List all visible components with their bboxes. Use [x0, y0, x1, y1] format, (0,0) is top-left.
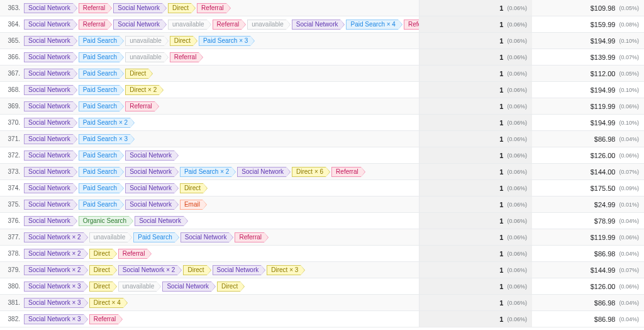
- path-tag-referral[interactable]: Referral: [235, 232, 264, 242]
- path-tag-paid[interactable]: Paid Search × 2: [180, 167, 231, 177]
- path-tag-direct[interactable]: Direct × 2: [125, 85, 159, 95]
- path-tag-social[interactable]: Social Network: [24, 20, 73, 30]
- path-tag-social[interactable]: Social Network: [24, 52, 73, 62]
- path-tag-social[interactable]: Social Network: [113, 20, 162, 30]
- table-row[interactable]: 367.Social NetworkPaid SearchDirect1(0.0…: [0, 65, 644, 82]
- path-tag-paid[interactable]: Paid Search: [79, 52, 119, 62]
- path-tag-referral[interactable]: Referral: [197, 3, 226, 13]
- table-row[interactable]: 364.Social NetworkReferralSocial Network…: [0, 16, 644, 33]
- path-tag-referral[interactable]: Referral: [170, 52, 199, 62]
- path-tag-paid[interactable]: Paid Search: [79, 36, 119, 46]
- path-tag-social[interactable]: Social Network: [125, 200, 174, 210]
- table-row[interactable]: 381.Social Network × 3Direct × 41(0.06%)…: [0, 295, 644, 311]
- path-tag-social[interactable]: Social Network: [24, 151, 73, 161]
- path-tag-social[interactable]: Social Network × 2: [118, 265, 178, 275]
- table-row[interactable]: 369.Social NetworkPaid SearchReferral1(0…: [0, 98, 644, 115]
- table-row[interactable]: 375.Social NetworkPaid SearchSocial Netw…: [0, 196, 644, 213]
- path-tag-social[interactable]: Social Network: [113, 3, 162, 13]
- path-tag-social[interactable]: Social Network: [24, 183, 73, 193]
- path-tag-social[interactable]: Social Network: [24, 69, 73, 79]
- path-tag-unavail[interactable]: unavailable: [125, 36, 164, 46]
- path-tag-direct[interactable]: Direct: [125, 69, 148, 79]
- path-tag-social[interactable]: Social Network × 3: [24, 282, 84, 292]
- path-tag-social[interactable]: Social Network × 3: [24, 314, 84, 324]
- path-tag-paid[interactable]: Paid Search: [79, 183, 119, 193]
- path-tag-social[interactable]: Social Network: [125, 183, 174, 193]
- path-tag-direct[interactable]: Direct: [89, 249, 113, 259]
- path-tag-social[interactable]: Social Network: [24, 85, 73, 95]
- table-row[interactable]: 365.Social NetworkPaid Searchunavailable…: [0, 33, 644, 49]
- path-tag-referral[interactable]: Referral: [118, 249, 148, 259]
- path-tag-unavail[interactable]: unavailable: [118, 282, 157, 292]
- table-row[interactable]: 374.Social NetworkPaid SearchSocial Netw…: [0, 180, 644, 196]
- path-tag-social[interactable]: Social Network: [162, 282, 211, 292]
- path-tag-paid[interactable]: Paid Search × 2: [79, 118, 130, 128]
- path-tag-unavail[interactable]: unavailable: [247, 20, 286, 30]
- table-row[interactable]: 373.Social NetworkPaid SearchSocial Netw…: [0, 164, 644, 180]
- path-tag-referral[interactable]: Referral: [79, 20, 108, 30]
- path-tag-direct[interactable]: Direct: [170, 36, 193, 46]
- table-row[interactable]: 382.Social Network × 3Referral1(0.06%)$8…: [0, 311, 644, 327]
- path-tag-unavail[interactable]: unavailable: [168, 20, 207, 30]
- path-tag-direct[interactable]: Direct: [217, 282, 240, 292]
- table-row[interactable]: 368.Social NetworkPaid SearchDirect × 21…: [0, 82, 644, 98]
- path-tag-social[interactable]: Social Network: [24, 36, 73, 46]
- path-tag-paid[interactable]: Paid Search: [79, 101, 119, 111]
- table-row[interactable]: 379.Social Network × 2DirectSocial Netwo…: [0, 262, 644, 278]
- path-tag-paid[interactable]: Paid Search: [79, 200, 119, 210]
- path-tag-referral[interactable]: Referral: [331, 167, 361, 177]
- path-tag-social[interactable]: Social Network: [24, 3, 73, 13]
- path-tag-unavail[interactable]: unavailable: [125, 52, 164, 62]
- path-tag-paid[interactable]: Paid Search: [133, 232, 174, 242]
- path-tag-direct[interactable]: Direct: [183, 265, 206, 275]
- path-tag-direct[interactable]: Direct: [89, 265, 113, 275]
- table-row[interactable]: 378.Social Network × 2DirectReferral1(0.…: [0, 246, 644, 262]
- path-tag-referral[interactable]: Referral: [125, 101, 155, 111]
- path-tag-referral[interactable]: Referral: [404, 20, 419, 30]
- path-tag-social[interactable]: Social Network × 2: [24, 249, 84, 259]
- path-tag-paid[interactable]: Paid Search × 3: [79, 134, 130, 144]
- path-tag-paid[interactable]: Paid Search: [79, 151, 119, 161]
- path-tag-social[interactable]: Social Network: [24, 118, 73, 128]
- path-tag-social[interactable]: Social Network: [24, 134, 73, 144]
- path-tag-social[interactable]: Social Network × 3: [24, 298, 84, 308]
- path-tag-unavail[interactable]: unavailable: [89, 232, 128, 242]
- path-tag-social[interactable]: Social Network: [125, 151, 174, 161]
- path-tag-direct[interactable]: Direct × 3: [267, 265, 301, 275]
- path-tag-social[interactable]: Social Network × 2: [24, 232, 84, 242]
- table-row[interactable]: 366.Social NetworkPaid Searchunavailable…: [0, 49, 644, 65]
- path-tag-social[interactable]: Social Network: [180, 232, 230, 242]
- table-row[interactable]: 372.Social NetworkPaid SearchSocial Netw…: [0, 147, 644, 164]
- path-tag-social[interactable]: Social Network: [24, 167, 73, 177]
- path-tag-social[interactable]: Social Network: [213, 265, 262, 275]
- path-tag-social[interactable]: Social Network: [237, 167, 286, 177]
- path-tag-social[interactable]: Social Network: [292, 20, 341, 30]
- path-tag-referral[interactable]: Referral: [89, 314, 119, 324]
- path-tag-direct[interactable]: Direct: [180, 183, 203, 193]
- table-row[interactable]: 377.Social Network × 2unavailablePaid Se…: [0, 229, 644, 246]
- table-row[interactable]: 370.Social NetworkPaid Search × 21(0.06%…: [0, 115, 644, 131]
- path-tag-direct[interactable]: Direct × 6: [292, 167, 326, 177]
- table-row[interactable]: 363.Social NetworkReferralSocial Network…: [0, 0, 644, 16]
- path-tag-paid[interactable]: Paid Search × 3: [199, 36, 250, 46]
- table-row[interactable]: 376.Social NetworkOrganic SearchSocial N…: [0, 213, 644, 229]
- table-row[interactable]: 371.Social NetworkPaid Search × 31(0.06%…: [0, 131, 644, 147]
- path-tag-paid[interactable]: Paid Search × 4: [346, 20, 397, 30]
- path-tag-social[interactable]: Social Network: [24, 200, 73, 210]
- path-tag-organic[interactable]: Organic Search: [79, 216, 129, 226]
- path-tag-social[interactable]: Social Network: [24, 216, 73, 226]
- path-tag-direct[interactable]: Direct × 4: [89, 298, 123, 308]
- path-tag-direct[interactable]: Direct: [168, 3, 191, 13]
- table-row[interactable]: 380.Social Network × 3DirectunavailableS…: [0, 278, 644, 295]
- path-tag-social[interactable]: Social Network × 2: [24, 265, 84, 275]
- path-tag-social[interactable]: Social Network: [24, 101, 73, 111]
- path-tag-referral[interactable]: Referral: [213, 20, 242, 30]
- path-tag-paid[interactable]: Paid Search: [79, 69, 119, 79]
- path-tag-direct[interactable]: Direct: [89, 282, 113, 292]
- path-tag-paid[interactable]: Paid Search: [79, 85, 119, 95]
- path-tag-social[interactable]: Social Network: [135, 216, 184, 226]
- path-tag-email[interactable]: Email: [180, 200, 203, 210]
- path-tag-social[interactable]: Social Network: [125, 167, 174, 177]
- path-tag-referral[interactable]: Referral: [79, 3, 108, 13]
- path-tag-paid[interactable]: Paid Search: [79, 167, 119, 177]
